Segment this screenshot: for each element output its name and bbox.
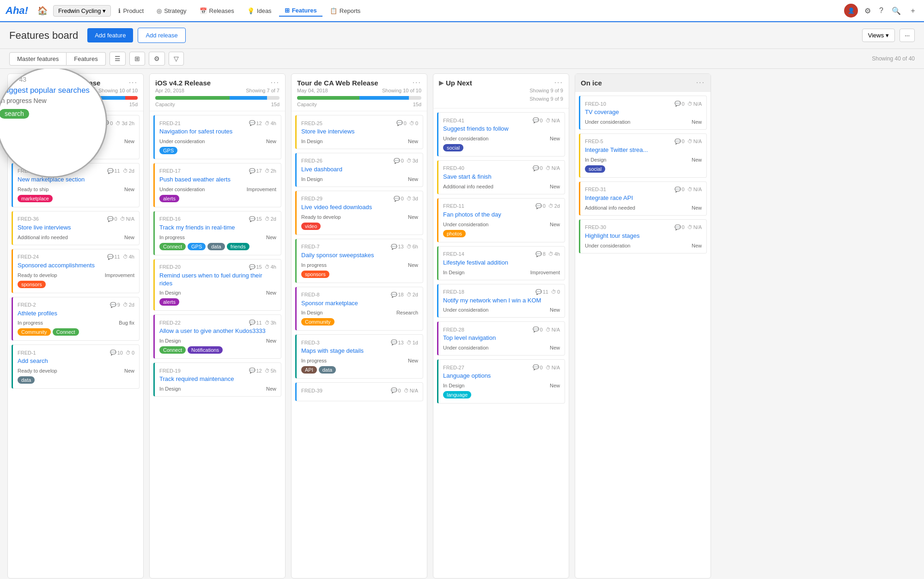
card-FRED-3[interactable]: FRED-3💬 13⏱ 1dMaps with stage detailsIn … <box>295 334 423 379</box>
card-FRED-2[interactable]: FRED-2💬 9⏱ 2dAthlete profilesIn progress… <box>12 297 140 341</box>
tag-notifications[interactable]: Notifications <box>188 346 223 354</box>
avatar[interactable]: 👤 <box>844 4 858 18</box>
card-title[interactable]: Live video feed downloads <box>301 204 418 211</box>
card-FRED-24[interactable]: FRED-24💬 11⏱ 4hSponsored accomplishments… <box>12 249 140 293</box>
card-title[interactable]: Lifestyle festival addition <box>443 259 560 267</box>
card-FRED-8[interactable]: FRED-8💬 18⏱ 2dSponsor marketplaceIn Desi… <box>295 287 423 331</box>
nav-ideas[interactable]: 💡 Ideas <box>242 6 277 16</box>
list-view-button[interactable]: ☰ <box>109 52 126 66</box>
card-title[interactable]: Navigation for safest routes <box>159 128 276 136</box>
card-title[interactable]: Store live interviews <box>301 128 418 136</box>
card-FRED-18[interactable]: FRED-18💬 11⏱ 0Notify my network when I w… <box>437 284 565 318</box>
card-FRED-1[interactable]: FRED-1💬 10⏱ 0Add searchReady to developN… <box>12 344 140 389</box>
card-FRED-17[interactable]: FRED-17💬 17⏱ 2hPush based weather alerts… <box>153 163 281 207</box>
workspace-selector[interactable]: Fredwin Cycling ▾ <box>53 5 111 17</box>
card-FRED-39[interactable]: FRED-39💬 0⏱ N/A <box>295 382 423 401</box>
card-title[interactable]: Store live interviews <box>18 224 134 232</box>
tag-sponsors[interactable]: sponsors <box>18 281 46 288</box>
tag-video[interactable]: video <box>301 223 321 230</box>
column-more-button[interactable]: ··· <box>413 78 421 87</box>
card-FRED-20[interactable]: FRED-20💬 15⏱ 4hRemind users when to fuel… <box>153 259 281 311</box>
column-more-button[interactable]: ··· <box>696 78 705 87</box>
collapse-column-button[interactable]: ▶ <box>439 79 444 86</box>
card-title[interactable]: Remind users when to fuel during their r… <box>159 272 276 288</box>
card-FRED-5[interactable]: FRED-5💬 0⏱ N/AIntegrate Twitter strea...… <box>579 133 707 178</box>
card-title[interactable]: Save start & finish <box>443 173 560 181</box>
tag-language[interactable]: language <box>443 391 471 398</box>
card-FRED-28[interactable]: FRED-28💬 0⏱ N/ATop level navigationUnder… <box>437 321 565 356</box>
tag-sponsors[interactable]: sponsors <box>301 271 329 278</box>
card-title[interactable]: Suggest friends to follow <box>443 125 560 133</box>
card-FRED-41[interactable]: FRED-41💬 0⏱ N/ASuggest friends to follow… <box>437 112 565 157</box>
column-more-button[interactable]: ··· <box>271 78 280 87</box>
card-FRED-29[interactable]: FRED-29💬 0⏱ 3dLive video feed downloadsR… <box>295 191 423 235</box>
card-FRED-7[interactable]: FRED-7💬 13⏱ 6hDaily sponsor sweepstakesI… <box>295 239 423 283</box>
column-more-button[interactable]: ··· <box>554 78 563 87</box>
tag-connect[interactable]: Connect <box>159 346 186 354</box>
column-more-button[interactable]: ··· <box>129 78 138 87</box>
add-release-button[interactable]: Add release <box>138 28 185 43</box>
card-FRED-43[interactable]: FRED-43💬 0⏱ 3d 2hSuggest popular searche… <box>12 115 140 159</box>
tag-gps[interactable]: GPS <box>188 243 206 250</box>
nav-reports[interactable]: 📋 Reports <box>324 6 366 16</box>
card-FRED-26[interactable]: FRED-26💬 0⏱ 3dLive dashboardIn DesignNew <box>295 153 423 187</box>
nav-product[interactable]: ℹ Product <box>113 6 149 16</box>
card-title[interactable]: Integrate race API <box>585 194 702 202</box>
tag-data[interactable]: data <box>207 243 225 250</box>
settings-filter-button[interactable]: ⚙ <box>149 52 165 66</box>
add-feature-button[interactable]: Add feature <box>87 28 133 42</box>
card-title[interactable]: Athlete profiles <box>18 310 134 318</box>
card-FRED-19[interactable]: FRED-19💬 12⏱ 5hTrack required maintenanc… <box>153 362 281 397</box>
tab-master-features[interactable]: Master features <box>9 52 67 66</box>
card-title[interactable]: Sponsor marketplace <box>301 300 418 308</box>
views-button[interactable]: Views ▾ <box>862 29 895 42</box>
tag-search[interactable]: search <box>18 147 40 154</box>
card-title[interactable]: Track required maintenance <box>159 375 276 383</box>
filter-button[interactable]: ▽ <box>169 52 184 66</box>
card-FRED-16[interactable]: FRED-16💬 15⏱ 2dTrack my friends in real-… <box>153 211 281 255</box>
card-FRED-11[interactable]: FRED-11💬 0⏱ 2dFan photos of the dayUnder… <box>437 198 565 242</box>
card-FRED-36[interactable]: FRED-36💬 0⏱ N/AStore live interviewsAddi… <box>12 211 140 245</box>
card-FRED-21[interactable]: FRED-21💬 12⏱ 4hNavigation for safest rou… <box>153 115 281 159</box>
tag-connect[interactable]: Connect <box>159 243 186 250</box>
card-title[interactable]: Track my friends in real-time <box>159 224 276 232</box>
help-button[interactable]: ? <box>877 5 885 17</box>
nav-features[interactable]: ⊞ Features <box>279 5 322 17</box>
card-title[interactable]: Sponsored accomplishments <box>18 262 134 270</box>
card-title[interactable]: Integrate Twitter strea... <box>585 146 702 154</box>
card-title[interactable]: Maps with stage details <box>301 347 418 355</box>
card-FRED-10[interactable]: FRED-10💬 0⏱ N/ATV coverageUnder consider… <box>579 96 707 130</box>
card-FRED-31[interactable]: FRED-31💬 0⏱ N/AIntegrate race APIAdditio… <box>579 181 707 216</box>
card-title[interactable]: Suggest popular searches <box>18 128 134 136</box>
tag-community[interactable]: Community <box>301 318 334 326</box>
card-FRED-23[interactable]: FRED-23💬 11⏱ 2dNew marketplace sectionRe… <box>12 163 140 207</box>
card-title[interactable]: New marketplace section <box>18 176 134 184</box>
tag-social[interactable]: social <box>585 165 605 173</box>
card-title[interactable]: TV coverage <box>585 109 702 116</box>
card-title[interactable]: Fan photos of the day <box>443 211 560 219</box>
tag-photos[interactable]: photos <box>443 230 466 237</box>
card-FRED-25[interactable]: FRED-25💬 0⏱ 0Store live interviewsIn Des… <box>295 115 423 149</box>
tag-friends[interactable]: friends <box>227 243 249 250</box>
nav-releases[interactable]: 📅 Releases <box>194 6 240 16</box>
tag-alerts[interactable]: alerts <box>159 298 179 306</box>
card-FRED-22[interactable]: FRED-22💬 11⏱ 3hAllow a user to give anot… <box>153 314 281 359</box>
card-title[interactable]: Live dashboard <box>301 166 418 174</box>
card-FRED-27[interactable]: FRED-27💬 0⏱ N/ALanguage optionsIn Design… <box>437 359 565 404</box>
card-title[interactable]: Daily sponsor sweepstakes <box>301 252 418 259</box>
tag-social[interactable]: social <box>443 144 463 151</box>
card-title[interactable]: Push based weather alerts <box>159 176 276 184</box>
card-title[interactable]: Highlight tour stages <box>585 232 702 240</box>
tag-api[interactable]: API <box>301 366 317 374</box>
nav-strategy[interactable]: ◎ Strategy <box>151 6 192 16</box>
tag-connect[interactable]: Connect <box>53 328 79 336</box>
tag-data[interactable]: data <box>319 366 336 374</box>
card-title[interactable]: Top level navigation <box>443 334 560 342</box>
app-logo[interactable]: Aha! <box>6 5 28 17</box>
tag-marketplace[interactable]: marketplace <box>18 195 53 202</box>
more-options-button[interactable]: ··· <box>900 29 915 42</box>
add-button[interactable]: ＋ <box>907 4 918 18</box>
tab-features[interactable]: Features <box>67 52 105 66</box>
card-title[interactable]: Allow a user to give another Kudos3333 <box>159 327 276 335</box>
home-button[interactable]: 🏠 <box>34 4 51 18</box>
